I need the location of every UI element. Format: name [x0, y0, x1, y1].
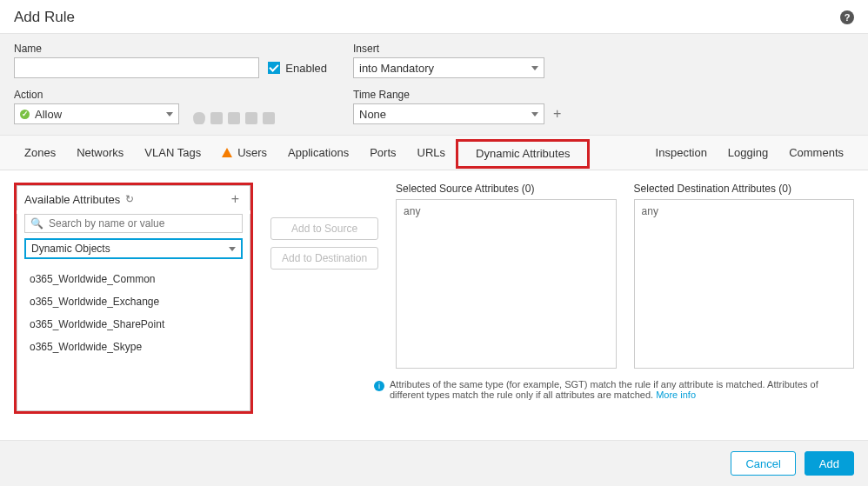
tab-logging[interactable]: Logging	[718, 136, 778, 170]
tab-vlan-tags[interactable]: VLAN Tags	[134, 136, 211, 170]
tab-urls[interactable]: URLs	[407, 136, 457, 170]
message-icon	[245, 112, 257, 124]
enabled-label: Enabled	[285, 62, 327, 75]
list-item[interactable]: o365_Worldwide_Skype	[17, 336, 250, 358]
tabs-row: Zones Networks VLAN Tags Users Applicati…	[0, 136, 868, 170]
tab-zones[interactable]: Zones	[14, 136, 66, 170]
destination-panel: Selected Destination Attributes (0) any	[634, 183, 854, 440]
allow-icon: ✓	[20, 110, 30, 119]
help-icon[interactable]: ?	[840, 10, 854, 24]
action-label: Action	[14, 89, 179, 101]
search-input-wrap[interactable]: 🔍	[24, 214, 243, 233]
body: Available Attributes ↻ + 🔍 Dynamic Objec…	[0, 170, 868, 440]
available-title: Available Attributes	[24, 193, 120, 206]
tab-dynamic-attributes[interactable]: Dynamic Attributes	[456, 139, 590, 169]
search-icon: 🔍	[30, 217, 43, 230]
hint-row: i Attributes of the same type (for examp…	[374, 379, 854, 400]
add-timerange-button[interactable]: +	[550, 106, 564, 122]
source-placeholder: any	[404, 205, 420, 217]
name-label: Name	[14, 43, 259, 55]
source-box[interactable]: any	[396, 199, 616, 369]
log-icon	[263, 112, 275, 124]
enabled-checkbox[interactable]: Enabled	[268, 57, 327, 78]
tab-inspection[interactable]: Inspection	[645, 136, 718, 170]
dialog-title: Add Rule	[14, 9, 840, 26]
tab-users[interactable]: Users	[211, 136, 277, 170]
tab-comments[interactable]: Comments	[778, 136, 854, 170]
add-rule-dialog: Add Rule ? Name Enabled Insert into Mand…	[0, 0, 868, 486]
insert-select[interactable]: into Mandatory	[353, 57, 544, 78]
tab-applications[interactable]: Applications	[277, 136, 359, 170]
insert-value: into Mandatory	[359, 62, 434, 75]
mid-buttons: Add to Source Add to Destination	[270, 217, 378, 440]
tab-networks[interactable]: Networks	[66, 136, 134, 170]
chevron-down-icon	[531, 112, 538, 117]
cancel-button[interactable]: Cancel	[731, 451, 795, 476]
more-info-link[interactable]: More info	[656, 389, 696, 400]
list-item[interactable]: o365_Worldwide_SharePoint	[17, 313, 250, 336]
user-icon	[228, 112, 240, 124]
chevron-down-icon	[229, 247, 236, 251]
tab-ports[interactable]: Ports	[359, 136, 406, 170]
dialog-header: Add Rule ?	[0, 0, 868, 33]
add-to-source-button[interactable]: Add to Source	[270, 217, 378, 240]
add-button[interactable]: Add	[805, 451, 854, 476]
source-title: Selected Source Attributes (0)	[396, 183, 616, 195]
action-select[interactable]: ✓ Allow	[14, 103, 179, 124]
search-input[interactable]	[47, 216, 237, 230]
list-item[interactable]: o365_Worldwide_Common	[17, 268, 250, 290]
timerange-value: None	[359, 108, 386, 121]
source-panel: Selected Source Attributes (0) any i Att…	[396, 183, 616, 440]
attribute-type-value: Dynamic Objects	[31, 243, 110, 255]
timerange-label: Time Range	[353, 89, 579, 101]
name-input[interactable]	[14, 57, 259, 78]
list-item[interactable]: o365_Worldwide_Exchange	[17, 290, 250, 313]
attribute-type-select[interactable]: Dynamic Objects	[24, 238, 243, 259]
chevron-down-icon	[166, 112, 173, 117]
action-extra-icons	[188, 112, 275, 124]
available-attributes-panel: Available Attributes ↻ + 🔍 Dynamic Objec…	[14, 183, 253, 440]
timerange-select[interactable]: None	[353, 103, 544, 124]
info-icon: i	[374, 381, 384, 391]
insert-label: Insert	[353, 43, 553, 55]
refresh-icon[interactable]: ↻	[125, 193, 134, 205]
destination-title: Selected Destination Attributes (0)	[634, 183, 854, 195]
checkbox-checked-icon	[268, 62, 280, 74]
dialog-footer: Cancel Add	[0, 440, 868, 486]
destination-box[interactable]: any	[634, 199, 854, 369]
form-area: Name Enabled Insert into Mandatory Ac	[0, 33, 868, 136]
destination-placeholder: any	[642, 205, 658, 217]
add-attribute-button[interactable]: +	[228, 191, 243, 207]
shield-icon	[193, 112, 205, 124]
tag-icon	[210, 112, 223, 124]
add-to-destination-button[interactable]: Add to Destination	[270, 247, 378, 270]
action-value: Allow	[35, 108, 62, 121]
attribute-list: o365_Worldwide_Common o365_Worldwide_Exc…	[17, 264, 250, 410]
chevron-down-icon	[531, 66, 538, 70]
hint-text: Attributes of the same type (for example…	[390, 379, 818, 400]
